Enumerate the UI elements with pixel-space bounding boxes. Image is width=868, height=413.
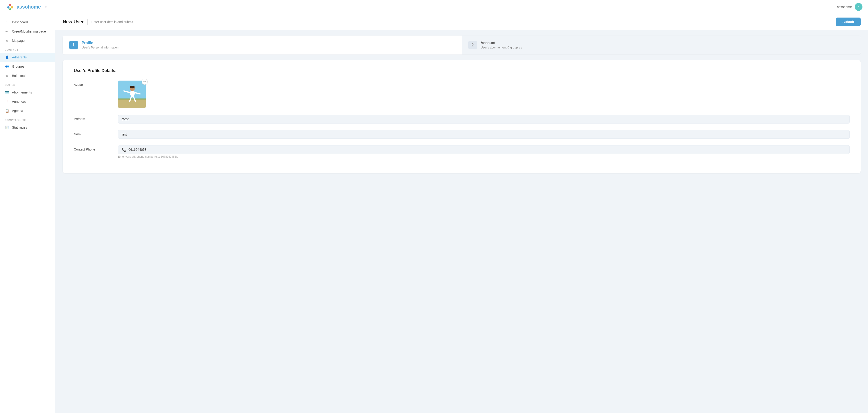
phone-field: 📞 Enter valid US phone number(e.g: 56789… <box>118 145 849 158</box>
layout: ◇ Dashboard ✏ Créer/Modifier ma page ⌂ M… <box>0 14 868 413</box>
alert-icon: ❗ <box>5 99 9 104</box>
sidebar-item-annonces[interactable]: ❗ Annonces <box>0 97 55 106</box>
pencil-icon: ✏ <box>5 29 9 34</box>
badge-icon: 🪪 <box>5 90 9 95</box>
logo-text: assohome <box>17 4 41 10</box>
svg-rect-6 <box>118 98 146 100</box>
sidebar-label-agenda: Agenda <box>12 109 23 113</box>
avatar-wrapper: ✏ <box>118 81 146 108</box>
sidebar-label-adherents: Adhérents <box>12 55 27 59</box>
step-2[interactable]: 2 Account User's abonnement & groupres <box>462 35 861 55</box>
avatar-row: Avatar <box>74 81 849 108</box>
step-2-title: Account <box>481 41 522 45</box>
topbar-divider <box>87 19 88 25</box>
content-area: 1 Profile User's Personal Information 2 … <box>55 30 868 179</box>
logo-area: assohome « <box>5 2 47 11</box>
person-icon: 👤 <box>5 55 9 60</box>
nom-row: Nom <box>74 130 849 139</box>
sidebar-label-groupes: Groupes <box>12 65 25 68</box>
sidebar-item-boite-mail[interactable]: ✉ Boite mail <box>0 71 55 80</box>
submit-button[interactable]: Submit <box>836 18 861 26</box>
sidebar-item-adherents[interactable]: 👤 Adhérents <box>0 53 55 62</box>
avatar-label: Avatar <box>74 81 111 87</box>
step-1-number: 1 <box>69 41 78 50</box>
svg-point-2 <box>11 6 13 8</box>
sidebar-item-groupes[interactable]: 👥 Groupes <box>0 62 55 71</box>
phone-row: Contact Phone 📞 Enter valid US phone num… <box>74 145 849 158</box>
form-section-title: User's Profile Details: <box>74 68 849 73</box>
phone-label: Contact Phone <box>74 145 111 151</box>
sidebar-item-creer-page[interactable]: ✏ Créer/Modifier ma page <box>0 27 55 36</box>
prenom-row: Prénom <box>74 115 849 123</box>
steps-card: 1 Profile User's Personal Information 2 … <box>63 35 861 55</box>
phone-input[interactable] <box>128 145 846 154</box>
sidebar-item-abonnements[interactable]: 🪪 Abonnements <box>0 88 55 97</box>
svg-rect-5 <box>118 99 146 108</box>
step-1-desc: User's Personal Information <box>82 46 119 49</box>
group-icon: 👥 <box>5 64 9 69</box>
nom-field <box>118 130 849 139</box>
logo-icon <box>5 2 15 11</box>
step-1-title: Profile <box>82 41 119 45</box>
prenom-field <box>118 115 849 123</box>
sidebar-label-statistiques: Statitiques <box>12 125 27 129</box>
sidebar-label-creer-page: Créer/Modifier ma page <box>12 30 46 33</box>
nom-label: Nom <box>74 130 111 136</box>
sidebar: ◇ Dashboard ✏ Créer/Modifier ma page ⌂ M… <box>0 14 55 413</box>
phone-icon: 📞 <box>122 148 126 152</box>
avatar-image <box>118 81 146 108</box>
avatar-field: ✏ <box>118 81 849 108</box>
prenom-input[interactable] <box>118 115 849 123</box>
step-1-info: Profile User's Personal Information <box>82 41 119 49</box>
phone-input-wrap: 📞 <box>118 145 849 154</box>
svg-point-1 <box>7 6 9 8</box>
mail-icon: ✉ <box>5 73 9 78</box>
svg-point-3 <box>9 8 11 10</box>
calendar-icon: 📋 <box>5 109 9 113</box>
sidebar-item-agenda[interactable]: 📋 Agenda <box>0 106 55 115</box>
header-avatar[interactable]: a <box>855 3 863 11</box>
collapse-button[interactable]: « <box>44 4 47 9</box>
main-content: New User Enter user details and submit S… <box>55 14 868 413</box>
step-2-number: 2 <box>468 41 477 50</box>
step-1[interactable]: 1 Profile User's Personal Information <box>63 35 462 55</box>
prenom-label: Prénom <box>74 115 111 121</box>
sidebar-label-dashboard: Dashboard <box>12 20 28 24</box>
diamond-icon: ◇ <box>5 20 9 25</box>
page-title: New User <box>63 19 84 25</box>
chart-icon: 📊 <box>5 125 9 130</box>
avatar-svg <box>118 81 146 108</box>
topbar-left: New User Enter user details and submit <box>63 19 133 25</box>
phone-hint: Enter valid US phone number(e.g: 5678967… <box>118 155 849 158</box>
step-2-info: Account User's abonnement & groupres <box>481 41 522 49</box>
header-right: assohome a <box>837 3 863 11</box>
sidebar-label-abonnements: Abonnements <box>12 90 32 94</box>
sidebar-label-boite-mail: Boite mail <box>12 74 26 78</box>
header-username: assohome <box>837 5 852 9</box>
sidebar-label-ma-page: Ma page <box>12 39 25 42</box>
sidebar-item-statistiques[interactable]: 📊 Statitiques <box>0 123 55 132</box>
avatar-edit-button[interactable]: ✏ <box>142 79 148 85</box>
sidebar-section-contact: CONTACT <box>0 45 55 53</box>
nom-input[interactable] <box>118 130 849 139</box>
home-icon: ⌂ <box>5 38 9 43</box>
svg-point-9 <box>130 86 135 88</box>
sidebar-item-ma-page[interactable]: ⌂ Ma page <box>0 36 55 45</box>
sidebar-label-annonces: Annonces <box>12 100 26 104</box>
step-2-desc: User's abonnement & groupres <box>481 46 522 49</box>
sidebar-section-comptabilite: COMPTABILITÉ <box>0 115 55 123</box>
topbar: New User Enter user details and submit S… <box>55 14 868 30</box>
form-card: User's Profile Details: Avatar <box>63 60 861 173</box>
sidebar-section-outils: OUTILS <box>0 80 55 88</box>
svg-point-0 <box>9 4 11 6</box>
sidebar-item-dashboard[interactable]: ◇ Dashboard <box>0 18 55 27</box>
topbar-subtitle: Enter user details and submit <box>91 20 133 24</box>
header: assohome « assohome a <box>0 0 868 14</box>
